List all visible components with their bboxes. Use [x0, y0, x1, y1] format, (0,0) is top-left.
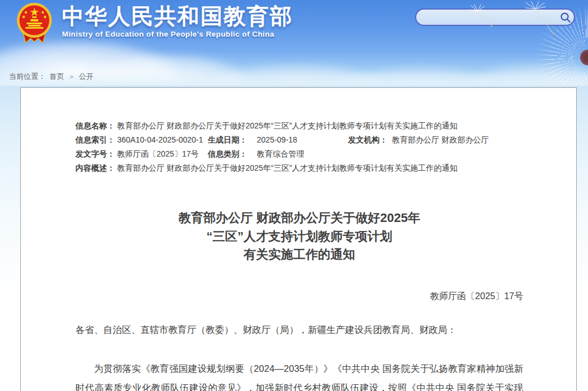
meta-value: 教育部办公厅 财政部办公厅 — [392, 133, 523, 147]
meta-label: 信息类别： — [208, 147, 257, 161]
meta-label: 信息索引： — [75, 133, 117, 147]
content-panel: 信息名称： 教育部办公厅 财政部办公厅关于做好2025年“三区”人才支持计划教师… — [20, 87, 577, 391]
site-title: 中华人民共和国教育部 — [62, 3, 293, 29]
meta-value: 教育部办公厅 财政部办公厅关于做好2025年“三区”人才支持计划教师专项计划有关… — [117, 119, 523, 133]
breadcrumb-separator: ＞ — [68, 72, 75, 82]
recipients-line: 各省、自治区、直辖市教育厅（教委）、财政厅（局），新疆生产建设兵团教育局、财政局… — [75, 322, 523, 337]
site-logo-home-link[interactable]: 中华人民共和国教育部 Ministry of Education of the … — [16, 2, 293, 45]
meta-row-docnum-category: 发文字号： 教师厅函〔2025〕17号 信息类别： 教育综合管理 — [75, 147, 523, 161]
meta-label: 发文机构： — [348, 133, 392, 147]
body-paragraph: 为贯彻落实《教育强国建设规划纲要（2024—2035年）》《中共中央 国务院关于… — [75, 359, 523, 391]
national-emblem-icon — [16, 2, 53, 45]
meta-value: 2025-09-18 — [257, 133, 348, 147]
meta-label: 生成日期： — [208, 133, 257, 147]
meta-label: 发文字号： — [75, 147, 117, 161]
meta-value: 360A10-04-2025-0020-1 — [117, 133, 208, 147]
breadcrumb: 当前位置： 首页 ＞ 公开 — [9, 72, 93, 82]
document-title: 教育部办公厅 财政部办公厅关于做好2025年 “三区”人才支持计划教师专项计划 … — [75, 209, 523, 264]
meta-label: 信息名称： — [75, 119, 117, 133]
meta-value: 教育部办公厅 财政部办公厅关于做好2025年“三区”人才支持计划教师专项计划有关… — [117, 161, 523, 175]
meta-value: 教师厅函〔2025〕17号 — [117, 147, 208, 161]
meta-row-index-date-agency: 信息索引： 360A10-04-2025-0020-1 生成日期： 2025-0… — [75, 133, 523, 147]
document-title-line: 教育部办公厅 财政部办公厅关于做好2025年 — [75, 209, 523, 228]
dandelion-seed-graphic — [466, 5, 500, 33]
meta-row-summary: 内容概述： 教育部办公厅 财政部办公厅关于做好2025年“三区”人才支持计划教师… — [75, 161, 523, 175]
breadcrumb-current-link[interactable]: 公开 — [79, 72, 93, 82]
site-subtitle: Ministry of Education of the People's Re… — [62, 30, 293, 38]
breadcrumb-home-link[interactable]: 首页 — [50, 72, 64, 82]
dandelion-seed-graphic — [521, 1, 566, 41]
document-number: 教师厅函〔2025〕17号 — [75, 290, 523, 303]
document-meta-table: 信息名称： 教育部办公厅 财政部办公厅关于做好2025年“三区”人才支持计划教师… — [75, 119, 523, 175]
meta-row-name: 信息名称： 教育部办公厅 财政部办公厅关于做好2025年“三区”人才支持计划教师… — [75, 119, 523, 133]
meta-value: 教育综合管理 — [257, 147, 523, 161]
document-title-line: 有关实施工作的通知 — [75, 246, 523, 264]
document-title-line: “三区”人才支持计划教师专项计划 — [75, 228, 523, 246]
breadcrumb-prefix: 当前位置： — [9, 72, 46, 82]
meta-label: 内容概述： — [75, 161, 117, 175]
